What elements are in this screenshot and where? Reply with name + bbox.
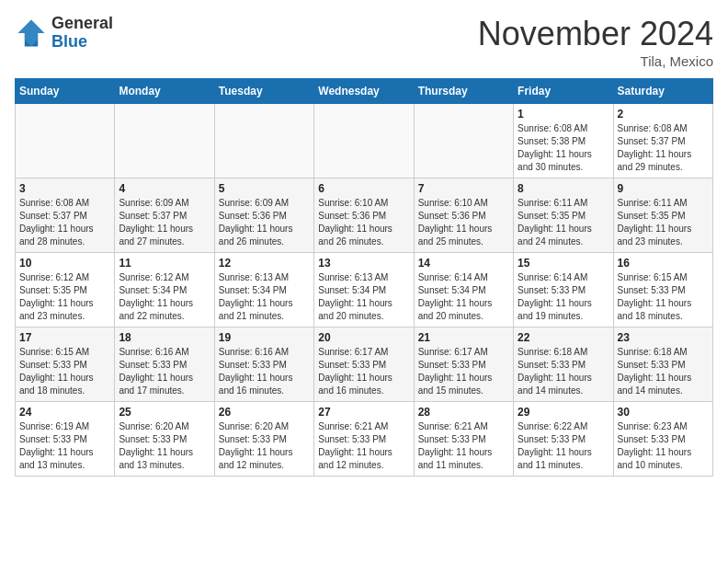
day-info: Sunrise: 6:15 AM Sunset: 5:33 PM Dayligh… bbox=[618, 271, 709, 323]
calendar-cell: 7Sunrise: 6:10 AM Sunset: 5:36 PM Daylig… bbox=[414, 178, 513, 253]
day-number: 15 bbox=[518, 257, 609, 270]
day-info: Sunrise: 6:08 AM Sunset: 5:37 PM Dayligh… bbox=[618, 122, 709, 174]
day-number: 20 bbox=[318, 331, 409, 344]
calendar-cell: 13Sunrise: 6:13 AM Sunset: 5:34 PM Dayli… bbox=[314, 253, 414, 327]
calendar-cell: 30Sunrise: 6:23 AM Sunset: 5:33 PM Dayli… bbox=[613, 402, 712, 477]
day-info: Sunrise: 6:21 AM Sunset: 5:33 PM Dayligh… bbox=[418, 420, 509, 472]
day-info: Sunrise: 6:12 AM Sunset: 5:35 PM Dayligh… bbox=[19, 271, 110, 323]
calendar-cell: 28Sunrise: 6:21 AM Sunset: 5:33 PM Dayli… bbox=[414, 402, 513, 477]
calendar-cell bbox=[214, 104, 313, 178]
day-number: 1 bbox=[518, 108, 609, 121]
weekday-header-friday: Friday bbox=[514, 79, 613, 104]
calendar-body: 1Sunrise: 6:08 AM Sunset: 5:38 PM Daylig… bbox=[16, 104, 713, 477]
weekday-header-thursday: Thursday bbox=[414, 79, 513, 104]
day-number: 28 bbox=[418, 406, 509, 419]
day-info: Sunrise: 6:14 AM Sunset: 5:33 PM Dayligh… bbox=[518, 271, 609, 323]
day-number: 12 bbox=[219, 257, 310, 270]
day-number: 6 bbox=[318, 182, 409, 195]
day-info: Sunrise: 6:09 AM Sunset: 5:37 PM Dayligh… bbox=[119, 197, 210, 248]
day-number: 2 bbox=[618, 108, 709, 121]
calendar-cell: 19Sunrise: 6:16 AM Sunset: 5:33 PM Dayli… bbox=[214, 327, 313, 402]
day-number: 18 bbox=[119, 331, 210, 344]
weekday-header-row: SundayMondayTuesdayWednesdayThursdayFrid… bbox=[16, 79, 713, 104]
weekday-header-tuesday: Tuesday bbox=[214, 79, 313, 104]
day-info: Sunrise: 6:17 AM Sunset: 5:33 PM Dayligh… bbox=[418, 346, 509, 397]
day-number: 10 bbox=[19, 257, 110, 270]
calendar-cell bbox=[314, 104, 414, 178]
day-number: 16 bbox=[618, 257, 709, 270]
weekday-header-sunday: Sunday bbox=[16, 79, 115, 104]
day-info: Sunrise: 6:08 AM Sunset: 5:38 PM Dayligh… bbox=[518, 122, 609, 174]
day-info: Sunrise: 6:23 AM Sunset: 5:33 PM Dayligh… bbox=[618, 420, 709, 472]
location: Tila, Mexico bbox=[478, 53, 713, 69]
calendar-header: SundayMondayTuesdayWednesdayThursdayFrid… bbox=[16, 79, 713, 104]
weekday-header-wednesday: Wednesday bbox=[314, 79, 414, 104]
day-info: Sunrise: 6:11 AM Sunset: 5:35 PM Dayligh… bbox=[618, 197, 709, 248]
day-number: 7 bbox=[418, 182, 509, 195]
svg-marker-1 bbox=[18, 19, 45, 46]
day-number: 19 bbox=[219, 331, 310, 344]
calendar-cell bbox=[115, 104, 214, 178]
calendar-cell: 12Sunrise: 6:13 AM Sunset: 5:34 PM Dayli… bbox=[214, 253, 313, 327]
calendar-cell: 15Sunrise: 6:14 AM Sunset: 5:33 PM Dayli… bbox=[514, 253, 613, 327]
day-info: Sunrise: 6:16 AM Sunset: 5:33 PM Dayligh… bbox=[219, 346, 310, 397]
calendar-cell bbox=[16, 104, 115, 178]
day-number: 11 bbox=[119, 257, 210, 270]
day-info: Sunrise: 6:18 AM Sunset: 5:33 PM Dayligh… bbox=[518, 346, 609, 397]
calendar-cell: 14Sunrise: 6:14 AM Sunset: 5:34 PM Dayli… bbox=[414, 253, 513, 327]
logo-icon bbox=[15, 17, 48, 50]
day-number: 3 bbox=[19, 182, 110, 195]
logo-blue-text: Blue bbox=[51, 33, 113, 52]
day-info: Sunrise: 6:12 AM Sunset: 5:34 PM Dayligh… bbox=[119, 271, 210, 323]
calendar-cell: 18Sunrise: 6:16 AM Sunset: 5:33 PM Dayli… bbox=[115, 327, 214, 402]
day-info: Sunrise: 6:20 AM Sunset: 5:33 PM Dayligh… bbox=[119, 420, 210, 472]
day-number: 22 bbox=[518, 331, 609, 344]
calendar-cell: 22Sunrise: 6:18 AM Sunset: 5:33 PM Dayli… bbox=[514, 327, 613, 402]
calendar-cell: 29Sunrise: 6:22 AM Sunset: 5:33 PM Dayli… bbox=[514, 402, 613, 477]
calendar-cell: 2Sunrise: 6:08 AM Sunset: 5:37 PM Daylig… bbox=[613, 104, 712, 178]
day-info: Sunrise: 6:09 AM Sunset: 5:36 PM Dayligh… bbox=[219, 197, 310, 248]
day-number: 24 bbox=[19, 406, 110, 419]
calendar-cell: 24Sunrise: 6:19 AM Sunset: 5:33 PM Dayli… bbox=[16, 402, 115, 477]
calendar-cell: 27Sunrise: 6:21 AM Sunset: 5:33 PM Dayli… bbox=[314, 402, 414, 477]
page-header: General Blue November 2024 Tila, Mexico bbox=[15, 15, 713, 69]
day-info: Sunrise: 6:14 AM Sunset: 5:34 PM Dayligh… bbox=[418, 271, 509, 323]
calendar-cell: 10Sunrise: 6:12 AM Sunset: 5:35 PM Dayli… bbox=[16, 253, 115, 327]
calendar-week-row: 10Sunrise: 6:12 AM Sunset: 5:35 PM Dayli… bbox=[16, 253, 713, 327]
calendar-cell: 6Sunrise: 6:10 AM Sunset: 5:36 PM Daylig… bbox=[314, 178, 414, 253]
day-number: 26 bbox=[219, 406, 310, 419]
day-info: Sunrise: 6:16 AM Sunset: 5:33 PM Dayligh… bbox=[119, 346, 210, 397]
day-number: 27 bbox=[318, 406, 409, 419]
day-number: 29 bbox=[518, 406, 609, 419]
calendar-week-row: 17Sunrise: 6:15 AM Sunset: 5:33 PM Dayli… bbox=[16, 327, 713, 402]
title-block: November 2024 Tila, Mexico bbox=[478, 15, 713, 69]
day-number: 21 bbox=[418, 331, 509, 344]
day-info: Sunrise: 6:10 AM Sunset: 5:36 PM Dayligh… bbox=[418, 197, 509, 248]
day-info: Sunrise: 6:08 AM Sunset: 5:37 PM Dayligh… bbox=[19, 197, 110, 248]
calendar-cell: 3Sunrise: 6:08 AM Sunset: 5:37 PM Daylig… bbox=[16, 178, 115, 253]
calendar-week-row: 24Sunrise: 6:19 AM Sunset: 5:33 PM Dayli… bbox=[16, 402, 713, 477]
calendar-cell: 8Sunrise: 6:11 AM Sunset: 5:35 PM Daylig… bbox=[514, 178, 613, 253]
calendar-cell: 17Sunrise: 6:15 AM Sunset: 5:33 PM Dayli… bbox=[16, 327, 115, 402]
day-info: Sunrise: 6:13 AM Sunset: 5:34 PM Dayligh… bbox=[219, 271, 310, 323]
calendar-cell: 23Sunrise: 6:18 AM Sunset: 5:33 PM Dayli… bbox=[613, 327, 712, 402]
calendar-cell: 5Sunrise: 6:09 AM Sunset: 5:36 PM Daylig… bbox=[214, 178, 313, 253]
weekday-header-monday: Monday bbox=[115, 79, 214, 104]
day-number: 4 bbox=[119, 182, 210, 195]
calendar-cell: 4Sunrise: 6:09 AM Sunset: 5:37 PM Daylig… bbox=[115, 178, 214, 253]
calendar-table: SundayMondayTuesdayWednesdayThursdayFrid… bbox=[15, 78, 713, 477]
calendar-cell: 1Sunrise: 6:08 AM Sunset: 5:38 PM Daylig… bbox=[514, 104, 613, 178]
day-info: Sunrise: 6:19 AM Sunset: 5:33 PM Dayligh… bbox=[19, 420, 110, 472]
logo-text: General Blue bbox=[51, 15, 113, 52]
calendar-cell: 16Sunrise: 6:15 AM Sunset: 5:33 PM Dayli… bbox=[613, 253, 712, 327]
day-info: Sunrise: 6:10 AM Sunset: 5:36 PM Dayligh… bbox=[318, 197, 409, 248]
day-info: Sunrise: 6:21 AM Sunset: 5:33 PM Dayligh… bbox=[318, 420, 409, 472]
calendar-cell: 20Sunrise: 6:17 AM Sunset: 5:33 PM Dayli… bbox=[314, 327, 414, 402]
calendar-week-row: 3Sunrise: 6:08 AM Sunset: 5:37 PM Daylig… bbox=[16, 178, 713, 253]
calendar-cell: 26Sunrise: 6:20 AM Sunset: 5:33 PM Dayli… bbox=[214, 402, 313, 477]
day-info: Sunrise: 6:13 AM Sunset: 5:34 PM Dayligh… bbox=[318, 271, 409, 323]
calendar-cell: 21Sunrise: 6:17 AM Sunset: 5:33 PM Dayli… bbox=[414, 327, 513, 402]
day-info: Sunrise: 6:11 AM Sunset: 5:35 PM Dayligh… bbox=[518, 197, 609, 248]
day-info: Sunrise: 6:15 AM Sunset: 5:33 PM Dayligh… bbox=[19, 346, 110, 397]
day-info: Sunrise: 6:18 AM Sunset: 5:33 PM Dayligh… bbox=[618, 346, 709, 397]
